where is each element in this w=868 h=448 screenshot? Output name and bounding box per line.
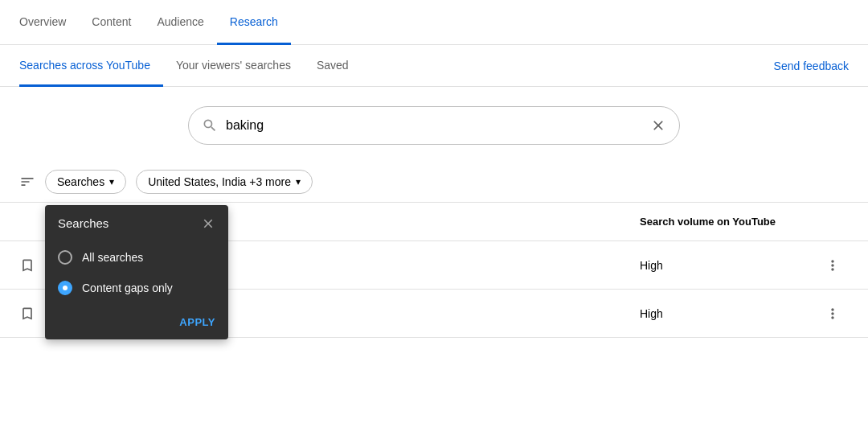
sub-tabs: Searches across YouTube Your viewers' se… <box>0 45 868 87</box>
tab-research[interactable]: Research <box>217 0 291 45</box>
searches-filter-label: Searches <box>57 175 104 188</box>
searches-dropdown: Searches ▾ Searches All searches <box>45 170 126 194</box>
location-label: United States, India +3 more <box>148 175 291 188</box>
more-options-1[interactable] <box>817 257 849 273</box>
radio-all-searches <box>58 250 72 265</box>
tab-audience[interactable]: Audience <box>144 0 216 45</box>
option-all-searches[interactable]: All searches <box>45 242 228 273</box>
popup-title: Searches <box>58 216 108 230</box>
option-content-gaps-label: Content gaps only <box>82 282 173 294</box>
subtab-searches-across[interactable]: Searches across YouTube <box>19 45 163 87</box>
filter-row: Searches ▾ Searches All searches <box>0 161 868 203</box>
search-area <box>0 87 868 161</box>
option-content-gaps[interactable]: Content gaps only <box>45 273 228 303</box>
send-feedback-button[interactable]: Send feedback <box>774 60 849 72</box>
location-filter-button[interactable]: United States, India +3 more ▾ <box>136 170 313 194</box>
bookmark-button-1[interactable] <box>19 257 35 273</box>
volume-value-2: High <box>640 307 817 320</box>
location-chevron-icon: ▾ <box>296 176 301 187</box>
radio-content-gaps <box>58 281 72 295</box>
filter-icon-button[interactable] <box>19 174 35 190</box>
chevron-down-icon: ▾ <box>109 176 114 187</box>
searches-filter-button[interactable]: Searches ▾ <box>45 170 126 194</box>
bookmark-button-2[interactable] <box>19 306 35 322</box>
top-nav: Overview Content Audience Research <box>0 0 868 45</box>
search-input[interactable] <box>226 118 650 133</box>
popup-apply-area: APPLY <box>45 310 228 339</box>
subtab-viewer-searches[interactable]: Your viewers' searches <box>163 45 304 87</box>
searches-popup: Searches All searches Content gaps only <box>45 205 228 339</box>
tab-overview[interactable]: Overview <box>19 0 79 45</box>
subtab-saved[interactable]: Saved <box>304 45 362 87</box>
clear-search-icon[interactable] <box>650 117 666 134</box>
option-all-searches-label: All searches <box>82 251 143 264</box>
more-options-2[interactable] <box>817 306 849 322</box>
search-icon <box>202 117 218 134</box>
popup-header: Searches <box>45 205 228 239</box>
search-box <box>188 106 680 145</box>
popup-options: All searches Content gaps only <box>45 239 228 310</box>
tab-content[interactable]: Content <box>79 0 144 45</box>
volume-value-1: High <box>640 259 817 272</box>
apply-button[interactable]: APPLY <box>179 316 215 328</box>
volume-header: Search volume on YouTube <box>640 216 817 228</box>
popup-close-icon[interactable] <box>201 216 215 231</box>
